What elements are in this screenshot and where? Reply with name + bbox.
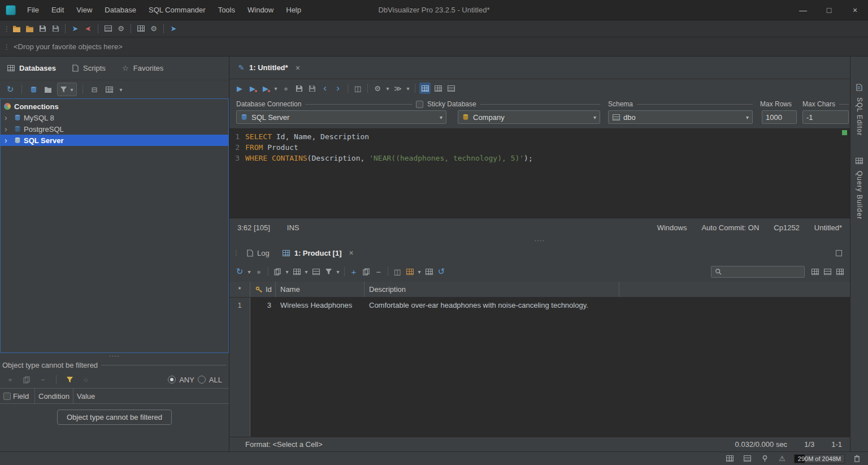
show-grid-toggle-icon[interactable] [419, 83, 431, 94]
tab-scripts[interactable]: Scripts [72, 64, 106, 72]
close-button[interactable]: × [842, 0, 868, 20]
show-text-icon[interactable] [445, 83, 457, 94]
grid-view-icon[interactable] [291, 266, 302, 277]
commit-icon[interactable] [102, 23, 114, 35]
menu-edit[interactable]: Edit [45, 0, 70, 20]
result-search-input[interactable] [724, 268, 801, 275]
sticky-database-checkbox[interactable] [416, 101, 423, 108]
cell-display-icon[interactable] [834, 266, 845, 277]
menu-window[interactable]: Window [241, 0, 280, 20]
chevron-down-icon[interactable]: ▾ [416, 269, 422, 275]
any-radio[interactable] [168, 376, 176, 384]
column-header-name[interactable]: Name [276, 282, 364, 297]
chevron-down-icon[interactable]: ▾ [303, 269, 309, 275]
tab-product-result[interactable]: 1: Product [1] × [277, 244, 358, 261]
encoding[interactable]: Cp1252 [774, 223, 800, 232]
refresh-tree-icon[interactable]: ↻ [5, 84, 16, 95]
driver-manager-icon[interactable]: ⚙ [115, 23, 127, 35]
connect-icon[interactable]: ➤ [70, 23, 81, 35]
rerun-icon[interactable]: ↻ [234, 266, 245, 277]
export-grid-icon[interactable] [404, 266, 415, 277]
chevron-down-icon[interactable]: ▾ [335, 269, 341, 275]
maximize-button[interactable]: □ [816, 0, 842, 20]
text-view-icon[interactable] [310, 266, 322, 277]
add-filter-icon[interactable]: + [5, 374, 16, 385]
menu-database[interactable]: Database [98, 0, 142, 20]
max-chars-input[interactable] [802, 110, 849, 124]
toolbar-drag-handle[interactable]: ⋮ [3, 25, 9, 33]
close-tab-icon[interactable]: × [296, 63, 300, 72]
auto-commit-status[interactable]: Auto Commit: ON [701, 223, 759, 232]
apply-filter-icon[interactable] [64, 374, 75, 385]
undo-edits-icon[interactable]: ↺ [436, 266, 447, 277]
chevron-right-icon[interactable]: › [5, 136, 13, 144]
grid-status-icon[interactable] [724, 453, 735, 464]
continue-on-error-icon[interactable]: ≫ [392, 83, 403, 94]
select-all-cells-corner[interactable]: * [229, 282, 250, 297]
tab-favorites[interactable]: ☆ Favorites [121, 64, 163, 72]
compare-result-icon[interactable]: ◫ [392, 266, 403, 277]
chevron-right-icon[interactable]: › [5, 114, 13, 122]
warning-icon[interactable]: ⚠ [776, 453, 788, 464]
remove-filter-icon[interactable]: − [37, 374, 49, 385]
chevron-down-icon[interactable]: ▾ [246, 269, 252, 275]
create-folder-icon[interactable] [42, 84, 54, 95]
database-select[interactable]: Company ▾ [458, 110, 600, 124]
favorites-drag-handle[interactable]: ⋮ [3, 43, 9, 51]
save-all-icon[interactable] [50, 23, 61, 35]
sql-tools-icon[interactable]: ⚙ [372, 83, 383, 94]
tree-item-postgresql[interactable]: › PostgreSQL [1, 123, 228, 135]
chevron-down-icon[interactable]: ▾ [385, 85, 390, 92]
history-forward-icon[interactable]: › [332, 83, 344, 94]
all-radio[interactable] [198, 376, 206, 384]
menu-sql-commander[interactable]: SQL Commander [142, 0, 212, 20]
menu-view[interactable]: View [70, 0, 98, 20]
tab-untitled[interactable]: ✎ 1: Untitled* × [237, 62, 300, 74]
chevron-down-icon[interactable]: ▾ [118, 87, 124, 93]
memory-indicator[interactable]: 290M of 2048M [794, 454, 845, 463]
log-status-icon[interactable] [741, 453, 753, 464]
save-sql-as-icon[interactable] [306, 83, 318, 94]
insert-row-icon[interactable]: + [348, 266, 359, 277]
results-drag-handle[interactable]: ⋮ [233, 249, 238, 257]
disconnect-icon[interactable]: ➤ [83, 23, 94, 35]
open-folder-icon[interactable] [11, 23, 22, 35]
minimize-button[interactable]: — [790, 0, 816, 20]
settings-icon[interactable]: ⚙ [148, 23, 159, 35]
result-grid-body[interactable] [229, 312, 850, 437]
chevron-down-icon[interactable]: ▾ [273, 85, 279, 92]
result-search-box[interactable] [711, 266, 805, 278]
max-rows-input[interactable] [762, 110, 797, 124]
tab-databases[interactable]: Databases [7, 64, 56, 72]
schema-select[interactable]: dbo ▾ [608, 110, 753, 124]
copy-filter-icon[interactable] [21, 374, 32, 385]
references-icon[interactable]: ➤ [168, 23, 179, 35]
chevron-down-icon[interactable]: ▾ [405, 85, 411, 92]
panel-splitter-handle[interactable]: ···· [0, 353, 229, 359]
tree-root-connections[interactable]: Connections [1, 101, 228, 112]
filter-select-all-checkbox[interactable] [3, 393, 11, 400]
cell-name[interactable]: Wireless Headphones [276, 298, 364, 312]
execute-icon[interactable]: ▶ [234, 83, 245, 94]
vertical-tab-query-builder[interactable]: Query Builder [856, 155, 863, 219]
clear-filter-icon[interactable]: ○ [80, 374, 92, 385]
column-header-description[interactable]: Description [364, 282, 619, 297]
close-tab-icon[interactable]: × [349, 248, 354, 257]
chevron-down-icon[interactable]: ▾ [284, 269, 290, 275]
result-row-1[interactable]: 1 3 Wireless Headphones Comfortable over… [229, 298, 850, 312]
maximize-panel-icon[interactable] [836, 250, 842, 256]
chevron-right-icon[interactable]: › [5, 125, 13, 133]
vertical-tab-sql-editor[interactable]: SQL Editor [856, 81, 863, 136]
grid-display-icon[interactable] [809, 266, 821, 277]
history-back-icon[interactable]: ‹ [319, 83, 331, 94]
show-chart-icon[interactable] [432, 83, 444, 94]
tree-view-options-icon[interactable] [103, 84, 115, 95]
execute-buffer-icon[interactable]: ▶ [260, 83, 271, 94]
tree-item-mysql[interactable]: › MySQL 8 [1, 112, 228, 123]
column-header-id[interactable]: Id [250, 282, 276, 297]
delete-row-icon[interactable]: − [373, 266, 384, 277]
menu-file[interactable]: File [21, 0, 45, 20]
copy-cells-icon[interactable] [272, 266, 283, 277]
pivot-grid-icon[interactable] [423, 266, 435, 277]
connection-select[interactable]: SQL Server ▾ [236, 110, 446, 124]
